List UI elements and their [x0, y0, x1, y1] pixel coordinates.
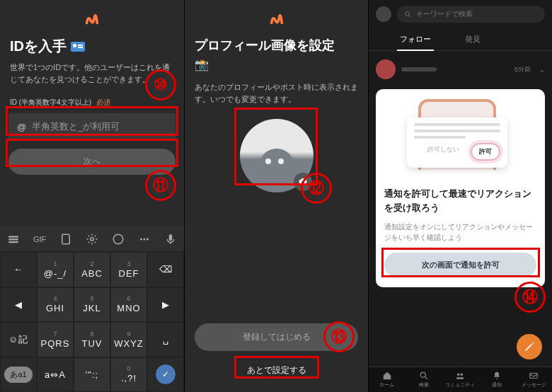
svg-point-8 — [146, 238, 149, 240]
id-card-icon — [71, 42, 85, 52]
svg-point-18 — [461, 374, 464, 376]
svg-point-5 — [113, 234, 123, 244]
search-placeholder: キーワードで検索 — [416, 9, 473, 19]
nav-messages[interactable]: メッセージ — [515, 367, 552, 392]
later-button[interactable]: あとで設定する — [185, 364, 368, 376]
keyboard-grid: ← 1@-_/ 2ABC 3DEF ⌫ ◀ 4GHI 5JKL 6MNO ▶ ☺… — [0, 252, 184, 392]
tab-discover[interactable]: 発見 — [462, 28, 483, 50]
annotation-marker-10: ⑩ — [145, 69, 176, 100]
nav-community[interactable]: コミュニティ — [442, 367, 479, 392]
chevron-down-icon[interactable]: ⌄ — [539, 66, 545, 74]
annotation-marker-12: ⑫ — [301, 173, 332, 204]
key-punct1[interactable]: '":; — [74, 357, 110, 393]
svg-line-14 — [409, 15, 410, 16]
gif-button[interactable]: GIF — [33, 235, 46, 243]
svg-point-13 — [406, 11, 410, 16]
key-space[interactable]: ␣ — [147, 322, 184, 357]
key-4[interactable]: 4GHI — [37, 287, 74, 323]
key-1[interactable]: 1@-_/ — [37, 252, 74, 287]
svg-rect-2 — [8, 241, 18, 243]
more-icon[interactable] — [138, 233, 151, 246]
clipboard-icon[interactable] — [59, 233, 72, 246]
svg-point-7 — [144, 238, 146, 240]
key-punct2[interactable]: 0.,?! — [110, 357, 147, 393]
svg-rect-19 — [530, 374, 538, 379]
svg-rect-0 — [8, 236, 18, 237]
svg-rect-1 — [8, 238, 18, 240]
compose-fab[interactable] — [517, 334, 542, 359]
search-input[interactable]: キーワードで検索 — [397, 6, 545, 23]
list-item-text — [401, 67, 437, 71]
camera-emoji: 📸 — [185, 54, 368, 76]
list-item-avatar — [376, 59, 396, 79]
key-7[interactable]: 7PQRS — [37, 322, 74, 357]
notification-permission-card: 許可しない 許可 通知を許可して最速でリアクションを受け取ろう 通知設定をオンに… — [376, 89, 545, 287]
key-6[interactable]: 6MNO — [110, 287, 147, 323]
mock-deny-button: 許可しない — [422, 143, 465, 161]
svg-rect-3 — [62, 234, 70, 244]
list-item[interactable]: 5分前 ⌄ — [369, 51, 552, 88]
title-text: IDを入手 — [10, 37, 67, 56]
screen-notification-prompt: キーワードで検索 フォロー 発見 5分前 ⌄ 許可しない 許可 通知を許可して最… — [368, 0, 552, 392]
soft-keyboard: GIF ← 1@-_/ 2ABC 3DEF ⌫ ◀ 4GHI 5JKL 6MNO… — [0, 226, 184, 392]
annotation-marker-11: ⑪ — [145, 170, 176, 201]
screen-profile-image: プロフィール画像を設定 📸 あなたのプロフィールやポスト時に表示されます。いつで… — [184, 0, 368, 392]
card-illustration: 許可しない 許可 — [397, 99, 524, 177]
app-logo — [84, 11, 100, 27]
profile-avatar-small[interactable] — [376, 6, 391, 22]
page-title: IDを入手 — [0, 37, 184, 56]
svg-rect-9 — [169, 234, 173, 241]
tab-follow[interactable]: フォロー — [397, 28, 434, 50]
search-icon — [404, 11, 412, 18]
key-case[interactable]: a⇔A — [37, 357, 74, 393]
keyboard-settings-icon[interactable] — [7, 233, 20, 246]
mock-permission-dialog: 許可しない 許可 — [407, 117, 507, 168]
screen-get-id: IDを入手 世界で1つのIDです。他のユーザーはこれを通じてあなたを見つけること… — [0, 0, 184, 392]
mock-allow-button: 許可 — [471, 143, 500, 161]
annotation-marker-13: ⑬ — [323, 321, 355, 352]
mic-icon[interactable] — [164, 233, 177, 246]
key-right[interactable]: ▶ — [147, 287, 184, 323]
card-title: 通知を許可して最速でリアクションを受け取ろう — [384, 187, 536, 214]
at-symbol: @ — [17, 122, 26, 132]
required-badge: 必須 — [96, 98, 110, 106]
key-back[interactable]: ← — [0, 252, 37, 287]
key-8[interactable]: 8TUV — [74, 322, 110, 357]
key-enter[interactable]: ✓ — [147, 357, 184, 393]
app-logo — [269, 11, 284, 27]
settings-gear-icon[interactable] — [86, 233, 98, 246]
keyboard-toolbar: GIF — [0, 226, 184, 252]
field-label-text: ID (半角英数字4文字以上) — [10, 98, 91, 106]
allow-notifications-button[interactable]: 次の画面で通知を許可 — [384, 253, 536, 277]
nav-home[interactable]: ホーム — [369, 367, 406, 392]
key-2[interactable]: 2ABC — [74, 252, 110, 287]
list-item-time: 5分前 — [514, 65, 531, 74]
page-title: プロフィール画像を設定 — [185, 37, 368, 54]
key-left[interactable]: ◀ — [0, 287, 37, 323]
svg-point-4 — [91, 237, 94, 241]
page-description: あなたのプロフィールやポスト時に表示されます。いつでも変更できます。 — [185, 76, 368, 105]
id-placeholder: 半角英数と_が利用可 — [32, 120, 120, 133]
palette-icon[interactable] — [112, 233, 125, 246]
id-input[interactable]: @ 半角英数と_が利用可 — [8, 113, 176, 140]
svg-point-6 — [140, 238, 142, 240]
nav-notifications[interactable]: 通知 — [478, 367, 515, 392]
svg-point-17 — [457, 374, 460, 376]
svg-line-16 — [425, 377, 427, 379]
annotation-marker-14: ⑭ — [514, 282, 546, 313]
svg-point-15 — [420, 372, 425, 377]
key-emoji[interactable]: ☺記 — [0, 322, 37, 357]
key-5[interactable]: 5JKL — [74, 287, 110, 323]
next-button[interactable]: 次へ — [8, 149, 176, 175]
key-3[interactable]: 3DEF — [110, 252, 147, 287]
card-description: 通知設定をオンにしてリアクションやメッセージをいち早く確認しよう — [384, 221, 536, 243]
key-backspace[interactable]: ⌫ — [147, 252, 184, 287]
nav-search[interactable]: 検索 — [406, 367, 442, 392]
key-mode[interactable]: あa1 — [0, 357, 37, 393]
bottom-nav: ホーム 検索 コミュニティ 通知 メッセージ — [369, 367, 552, 392]
key-9[interactable]: 9WXYZ — [110, 322, 147, 357]
top-bar: キーワードで検索 — [369, 0, 552, 28]
feed-tabs: フォロー 発見 — [369, 28, 552, 51]
